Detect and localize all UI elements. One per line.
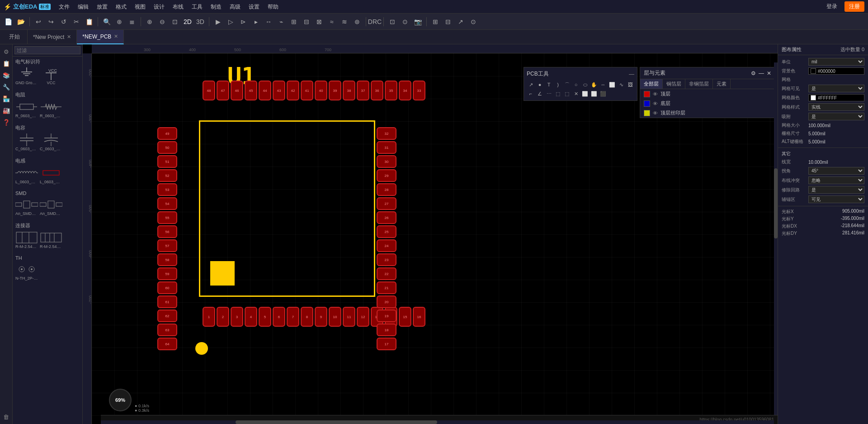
layer-eye-topsilk[interactable]: 👁 [653,110,658,116]
zoom-out-button[interactable]: ⊖ [157,16,168,27]
copy-button[interactable]: 📋 [84,16,94,27]
canvas-area[interactable]: 300 400 500 600 700 -200 -300 -400 -500 … [83,44,778,424]
pad-top-41[interactable]: 41 [301,81,313,100]
pad-top-34[interactable]: 34 [399,81,411,100]
layers-minimize[interactable]: — [759,70,764,76]
pad-top-36[interactable]: 36 [371,81,383,100]
drc-button[interactable]: DRC [369,16,380,27]
tab-home[interactable]: 开始 [2,30,28,44]
search-button[interactable]: 🔍 [101,16,112,27]
tb-btn-12[interactable]: ⊛ [352,16,363,27]
layer-item-top[interactable]: 👁 顶层 [640,89,775,99]
pad-top-42[interactable]: 42 [287,81,299,100]
find-button[interactable]: ⊕ [114,16,125,27]
pad-left-51[interactable]: 51 [157,155,177,168]
layers-settings-icon[interactable]: ⚙ [751,70,756,76]
register-button[interactable]: 注册 [844,1,864,12]
prop-bgcolor-value[interactable]: #000000 [808,67,864,75]
comp-c2[interactable]: C_0603_US_0603_EU [40,133,62,151]
netlist-button[interactable]: ≣ [127,16,137,27]
tab-new-pcb-close[interactable]: ✕ [114,33,118,39]
pcb-tool-dash[interactable]: ⋯ [545,90,553,98]
tab-new-pcb[interactable]: *NEW_PCB ✕ [77,30,124,44]
pad-left-52[interactable]: 52 [157,169,177,182]
pad-left-62[interactable]: 62 [157,310,177,322]
scrollbar-thumb-h[interactable] [236,420,438,424]
tb-btn-19[interactable]: ⊙ [468,16,479,27]
pad-right-17[interactable]: 17 [377,338,396,350]
comp-vcc[interactable]: VCC VCC [40,67,62,85]
pad-right-23[interactable]: 23 [377,253,396,266]
tb-btn-10[interactable]: ≈ [326,16,337,27]
undo2-button[interactable]: ↺ [58,16,69,27]
pad-right-22[interactable]: 22 [377,267,396,280]
tb-btn-16[interactable]: ⊞ [430,16,441,27]
login-button[interactable]: 登录 [823,2,841,11]
pad-right-32[interactable]: 32 [377,127,396,140]
pad-top-39[interactable]: 39 [329,81,341,100]
sidebar-icon-support[interactable]: ❓ [1,117,12,128]
menu-advanced[interactable]: 高级 [226,0,244,14]
pad-bot-16[interactable]: 16 [413,307,425,327]
pad-right-19[interactable]: 19 [377,310,396,322]
tb-btn-6[interactable]: ⌁ [276,16,287,27]
menu-route[interactable]: 布线 [169,0,187,14]
pcb-tool-sq2[interactable]: ⬜ [590,90,598,98]
menu-help[interactable]: 帮助 [264,0,282,14]
pad-left-53[interactable]: 53 [157,183,177,196]
pad-bot-3[interactable]: 3 [231,307,243,327]
pad-left-59[interactable]: 59 [157,267,177,280]
pad-right-25[interactable]: 25 [377,225,396,238]
layers-tab-noncopper[interactable]: 非铜箔层 [685,79,713,89]
pad-bot-5[interactable]: 5 [259,307,271,327]
prop-angle-select[interactable]: 45° 90° [808,167,864,175]
sidebar-icon-design[interactable]: 📋 [1,58,12,69]
tb-btn-13[interactable]: ⊡ [387,16,398,27]
layers-close[interactable]: ✕ [767,70,771,76]
scrollbar-vertical[interactable] [774,62,778,415]
pad-bot-9[interactable]: 9 [315,307,327,327]
tb-btn-14[interactable]: ⊙ [400,16,410,27]
pcb-tool-arc2[interactable]: ⌒ [563,81,571,89]
sidebar-icon-component[interactable]: 🔧 [1,81,12,92]
pad-left-56[interactable]: 56 [157,225,177,238]
pad-left-58[interactable]: 58 [157,253,177,266]
pcb-tools-minimize[interactable]: — [629,71,634,77]
menu-file[interactable]: 文件 [55,0,73,14]
pad-top-46[interactable]: 46 [231,81,243,100]
pcb-tool-angle[interactable]: ∠ [536,90,544,98]
pcb-tool-dot[interactable]: ● [536,81,544,89]
pcb-tool-circle[interactable]: ○ [572,81,580,89]
menu-view[interactable]: 视图 [131,0,149,14]
tb-btn-8[interactable]: ⊟ [301,16,312,27]
tb-btn-2[interactable]: ▷ [225,16,236,27]
tab-new-project-close[interactable]: ✕ [67,34,71,40]
sidebar-icon-trash[interactable]: 🗑 [1,411,12,422]
pad-top-40[interactable]: 40 [315,81,327,100]
comp-conn1[interactable]: R-M-2.54_ R-F-2.54_ [15,231,38,249]
pcb-tool-hand[interactable]: ✋ [590,81,598,89]
tab-new-project[interactable]: *New Project ✕ [28,30,77,44]
pad-bot-8[interactable]: 8 [301,307,313,327]
comp-gnd[interactable]: GND Ground [15,67,38,85]
pad-top-44[interactable]: 44 [259,81,271,100]
prop-grid-visible-select[interactable]: 是 否 [808,85,864,92]
layers-tab-elements[interactable]: 元素 [713,79,731,89]
prop-fix-path-select[interactable]: 是 否 [808,186,864,194]
pad-bot-12[interactable]: 12 [357,307,369,327]
sidebar-icon-work[interactable]: ⚙ [1,46,12,57]
tb-btn-7[interactable]: ⊞ [288,16,299,27]
pad-top-38[interactable]: 38 [343,81,355,100]
comp-th1[interactable]: N-TH_2P-F-IDC-2.54- [15,262,38,281]
menu-tools[interactable]: 工具 [188,0,206,14]
pcb-tool-corner[interactable]: ⌐ [527,90,535,98]
menu-edit[interactable]: 编辑 [74,0,92,14]
filter-input[interactable] [14,46,80,54]
comp-smd1[interactable]: An_SMD_An_SMD_A [15,198,38,216]
comp-l2[interactable]: L_0603_US_0603_EU [40,166,62,184]
tb-btn-3[interactable]: ⊳ [238,16,249,27]
zoom-fit-button[interactable]: ⊡ [170,16,180,27]
prop-wire-conflict-select[interactable]: 忽略 警告 [808,176,864,184]
menu-settings[interactable]: 设置 [245,0,263,14]
pcb-tool-rect[interactable]: ⬜ [608,81,616,89]
